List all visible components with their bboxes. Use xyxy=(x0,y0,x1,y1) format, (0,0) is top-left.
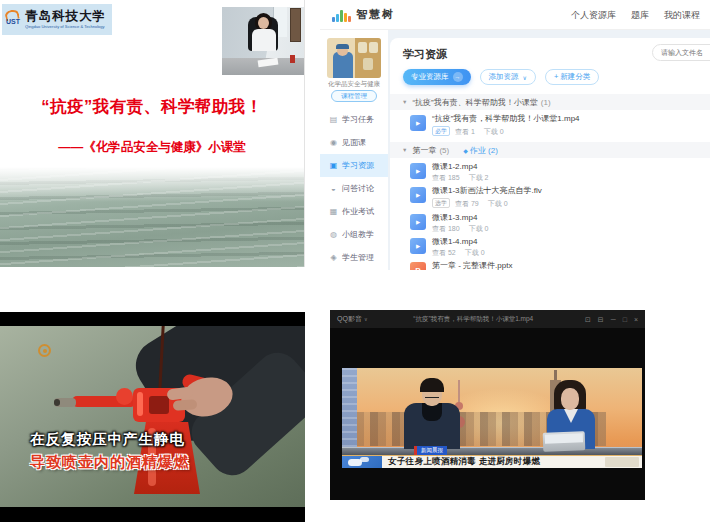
course-thumbnail[interactable] xyxy=(327,38,381,78)
university-name-en: Qingdao University of Science & Technolo… xyxy=(25,25,105,29)
zhihuishu-logo[interactable]: 智慧树 xyxy=(332,7,395,22)
file-row[interactable]: P 第一章 - 完整课件.pptx 查看 81 下载 2 xyxy=(410,262,710,270)
screenshot-icon[interactable]: ⊡ xyxy=(585,316,591,323)
news-ticker: 女子往身上喷酒精消毒 走进厨房时爆燃 xyxy=(342,455,642,468)
maximize-button[interactable]: □ xyxy=(623,316,627,323)
lms-header: 智慧树 个人资源库 题库 我的课程 xyxy=(320,0,710,30)
qq-player-window: QQ影音∨ “抗疫”我有责，科学帮助我！小课堂1.mp4 ⊡ ⊟ ─ □ × xyxy=(330,310,645,500)
toolbar: 专业资源库 → 添加资源 ∨ + 新建分类 xyxy=(403,69,599,85)
homework-badge[interactable]: ◆ 作业 (2) xyxy=(463,145,498,156)
downloads-link[interactable]: 下载 0 xyxy=(469,225,489,232)
downloads-link[interactable]: 下载 0 xyxy=(465,249,485,256)
player-titlebar[interactable]: QQ影音∨ “抗疫”我有责，科学帮助我！小课堂1.mp4 ⊡ ⊟ ─ □ × xyxy=(330,310,645,328)
sidebar-item-groups[interactable]: ◍ 小组教学 xyxy=(320,223,388,246)
video-file-icon: ▶ xyxy=(410,238,426,254)
app-menu-button[interactable]: QQ影音∨ xyxy=(337,314,368,324)
new-category-button[interactable]: + 新建分类 xyxy=(545,69,599,85)
chevron-down-icon: ∨ xyxy=(523,74,527,81)
downloads-link[interactable]: 下载 0 xyxy=(484,128,504,135)
file-row[interactable]: ▶ “抗疫”我有责，科学帮助我！小课堂1.mp4 必学 查看 1 下载 0 xyxy=(410,115,710,136)
mini-mode-icon[interactable]: ⊟ xyxy=(598,316,604,323)
slide-title: “抗疫”我有责、科学帮助我！ xyxy=(0,96,304,118)
qa-icon: ◒ xyxy=(329,184,338,193)
groups-icon: ◍ xyxy=(329,230,338,239)
finger xyxy=(173,399,198,411)
university-name-cn: 青岛科技大学 xyxy=(25,10,113,23)
slide-subtitle: ——《化学品安全与健康》小课堂 xyxy=(0,139,304,156)
sidebar-item-tasks[interactable]: ▤ 学习任务 xyxy=(320,108,388,131)
required-tag: 必学 xyxy=(432,126,450,136)
course-title: 化学品安全与健康 xyxy=(320,80,388,89)
downloads-link[interactable]: 下载 0 xyxy=(488,200,508,207)
brand-name: 智慧树 xyxy=(356,7,395,22)
file-row[interactable]: ▶ 微课1-3新画法十大亮点自学.flv 选学 查看 79 下载 0 xyxy=(410,187,710,208)
minimize-button[interactable]: ─ xyxy=(611,316,616,323)
file-row[interactable]: ▶ 微课1-2.mp4 查看 185 下载 2 xyxy=(410,163,710,181)
sidebar-item-students[interactable]: ◈ 学生管理 xyxy=(320,246,388,269)
course-sidebar: 化学品安全与健康 课程管理 ▤ 学习任务 ◉ 见面课 ▣ 学习资源 ◒ 问答讨论… xyxy=(320,30,388,270)
course-manage-button[interactable]: 课程管理 xyxy=(331,90,377,102)
ppt-file-icon: P xyxy=(410,262,426,270)
nav-personal-library[interactable]: 个人资源库 xyxy=(571,9,616,22)
video-file-icon: ▶ xyxy=(410,163,426,179)
sidebar-item-resources[interactable]: ▣ 学习资源 xyxy=(320,154,388,177)
spray-video-frame: 在反复按压中产生静电 导致喷壶内的酒精爆燃 xyxy=(0,312,305,522)
bars-logo-icon xyxy=(332,10,352,22)
resource-list: ▼ “抗疫”我有责、科学帮助我！小课堂 (1) ▶ “抗疫”我有责，科学帮助我！… xyxy=(390,94,710,270)
slide-water-background xyxy=(0,167,304,267)
views-link[interactable]: 查看 79 xyxy=(455,200,479,207)
news-video-frame: 新闻晨报 女子往身上喷酒精消毒 走进厨房时爆燃 xyxy=(342,368,642,468)
resources-panel: 学习资源 专业资源库 → 添加资源 ∨ + 新建分类 ▼ “抗疫”我有责、科 xyxy=(390,38,710,270)
laptop xyxy=(543,431,586,451)
video-file-icon: ▶ xyxy=(410,187,426,203)
views-link[interactable]: 查看 185 xyxy=(432,174,460,181)
file-row[interactable]: ▶ 微课1-3.mp4 查看 180 下载 0 xyxy=(410,214,710,232)
nozzle-tip xyxy=(54,398,76,407)
lecture-slide-video: UST 青岛科技大学 Qingdao University of Science… xyxy=(0,0,305,267)
news-headline: 女子往身上喷酒精消毒 走进厨房时爆燃 xyxy=(388,456,540,468)
optional-tag: 选学 xyxy=(432,198,450,208)
nav-my-courses[interactable]: 我的课程 xyxy=(664,9,700,22)
add-resource-button[interactable]: 添加资源 ∨ xyxy=(480,69,536,85)
sidebar-item-exams[interactable]: ▦ 作业考试 xyxy=(320,200,388,223)
caret-down-icon: ▼ xyxy=(402,147,407,153)
ticker-watermark xyxy=(605,457,639,467)
male-anchor-hair xyxy=(420,378,444,392)
subtitle-line-2: 导致喷壶内的酒精爆燃 xyxy=(30,453,190,472)
sidebar-menu: ▤ 学习任务 ◉ 见面课 ▣ 学习资源 ◒ 问答讨论 ▦ 作业考试 ◍ 小组教学 xyxy=(320,108,388,270)
sidebar-item-meetings[interactable]: ◉ 见面课 xyxy=(320,131,388,154)
lecturer-webcam-video xyxy=(222,7,305,75)
homework-icon: ◆ xyxy=(463,147,468,154)
lms-window: 智慧树 个人资源库 题库 我的课程 化学品安全与健康 课程管理 ▤ 学习任务 ◉ xyxy=(320,0,710,270)
caret-down-icon: ▼ xyxy=(402,99,407,105)
arrow-right-icon: → xyxy=(453,72,463,82)
close-button[interactable]: × xyxy=(634,316,638,323)
views-link[interactable]: 查看 52 xyxy=(432,249,456,256)
pump-knob xyxy=(116,388,133,405)
nav-question-bank[interactable]: 题库 xyxy=(631,9,649,22)
section-header-kangyi[interactable]: ▼ “抗疫”我有责、科学帮助我！小课堂 (1) xyxy=(390,94,710,110)
students-icon: ◈ xyxy=(329,253,338,262)
lms-top-nav: 个人资源库 题库 我的课程 xyxy=(571,9,700,22)
window-title: “抗疫”我有责，科学帮助我！小课堂1.mp4 xyxy=(368,315,579,324)
page-title: 学习资源 xyxy=(403,47,447,62)
meeting-class-icon: ◉ xyxy=(329,138,338,147)
exams-icon: ▦ xyxy=(329,207,338,216)
glasses xyxy=(425,395,439,398)
views-link[interactable]: 查看 1 xyxy=(455,128,475,135)
resources-icon: ▣ xyxy=(329,161,338,170)
pro-library-button[interactable]: 专业资源库 → xyxy=(403,69,471,85)
section-header-chapter1[interactable]: ▼ 第一章 (5) ◆ 作业 (2) xyxy=(390,142,710,158)
channel-watermark-icon xyxy=(38,344,51,357)
downloads-link[interactable]: 下载 2 xyxy=(469,174,489,181)
qust-logo-icon: UST xyxy=(5,9,22,31)
window-controls: ⊡ ⊟ ─ □ × xyxy=(585,316,638,323)
search-input[interactable] xyxy=(652,44,710,61)
sidebar-item-analytics[interactable]: ▨ 学情数据 xyxy=(320,269,388,270)
news-program-tag: 新闻晨报 xyxy=(414,446,447,455)
video-file-icon: ▶ xyxy=(410,115,426,131)
sidebar-item-qa[interactable]: ◒ 问答讨论 xyxy=(320,177,388,200)
tasks-icon: ▤ xyxy=(329,115,338,124)
file-row[interactable]: ▶ 微课1-4.mp4 查看 52 下载 0 xyxy=(410,238,710,256)
views-link[interactable]: 查看 180 xyxy=(432,225,460,232)
